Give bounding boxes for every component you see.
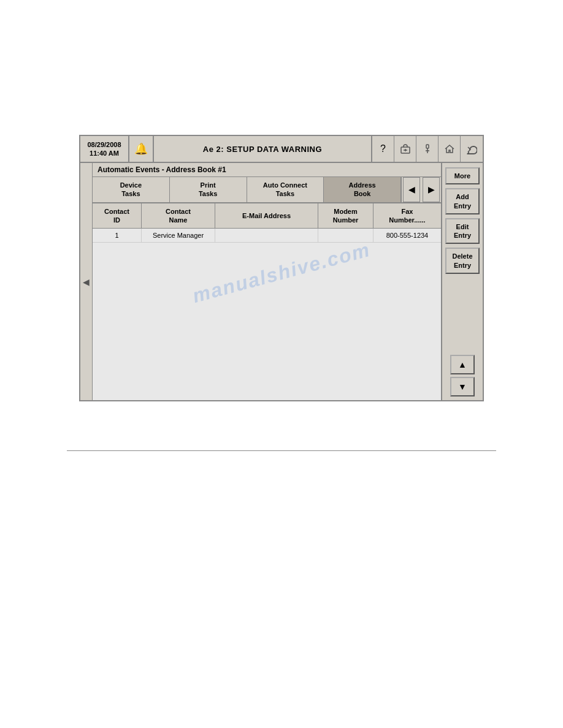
add-entry-button[interactable]: Add Entry — [445, 188, 480, 214]
tab-row: Device Tasks Print Tasks Auto Connect Ta… — [93, 177, 441, 203]
package-icon[interactable] — [394, 136, 416, 162]
header-bar: 08/29/2008 11:40 AM 🔔 Ae 2: SETUP DATA W… — [80, 136, 483, 163]
header-icons: ? — [371, 136, 483, 162]
bottom-divider — [67, 450, 496, 451]
table-row[interactable]: 1 Service Manager 800-555-1234 — [93, 229, 441, 243]
bell-icon: 🔔 — [129, 136, 154, 162]
col-header-modem: Modem Number — [318, 203, 373, 229]
header-date: 08/29/2008 — [87, 140, 121, 149]
edit-entry-button[interactable]: Edit Entry — [445, 218, 480, 245]
tab-device-tasks[interactable]: Device Tasks — [93, 177, 170, 202]
table-body: 1 Service Manager 800-555-1234 — [93, 229, 441, 400]
table-header: Contact ID Contact Name E-Mail Address M… — [93, 203, 441, 229]
tab-address-book[interactable]: Address Book — [324, 177, 401, 202]
tab-auto-connect-tasks[interactable]: Auto Connect Tasks — [247, 177, 324, 202]
main-content: Automatic Events - Address Book #1 Devic… — [93, 163, 441, 400]
col-header-contact-id: Contact ID — [93, 203, 142, 229]
cell-contact-id: 1 — [93, 229, 142, 242]
col-header-contact-name: Contact Name — [142, 203, 215, 229]
help-icon[interactable]: ? — [372, 136, 394, 162]
home-icon[interactable] — [439, 136, 461, 162]
cell-modem — [318, 229, 373, 242]
header-title: Ae 2: SETUP DATA WARNING — [154, 136, 371, 162]
right-sidebar: More Add Entry Edit Entry Delete Entry ▲… — [441, 163, 483, 400]
cell-email — [215, 229, 318, 242]
tab-print-tasks[interactable]: Print Tasks — [170, 177, 247, 202]
tab-nav-group: ◀ ▶ — [401, 177, 441, 202]
back-icon[interactable] — [461, 136, 483, 162]
tool-icon[interactable] — [416, 136, 439, 162]
page-title: Automatic Events - Address Book #1 — [93, 163, 441, 177]
svg-rect-3 — [426, 145, 429, 148]
more-button[interactable]: More — [445, 167, 480, 184]
col-header-fax: Fax Number...... — [373, 203, 441, 229]
tab-next-button[interactable]: ▶ — [423, 177, 440, 202]
scroll-up-button[interactable]: ▲ — [450, 355, 475, 374]
scroll-down-button[interactable]: ▼ — [450, 377, 475, 396]
cell-fax: 800-555-1234 — [373, 229, 441, 242]
tab-prev-button[interactable]: ◀ — [403, 177, 420, 202]
header-datetime: 08/29/2008 11:40 AM — [80, 136, 129, 162]
cell-contact-name: Service Manager — [142, 229, 215, 242]
delete-entry-button[interactable]: Delete Entry — [445, 248, 480, 274]
col-header-email: E-Mail Address — [215, 203, 318, 229]
left-nav-arrow[interactable]: ◀ — [80, 163, 93, 400]
header-time: 11:40 AM — [90, 149, 119, 157]
table-empty-area — [93, 243, 441, 390]
